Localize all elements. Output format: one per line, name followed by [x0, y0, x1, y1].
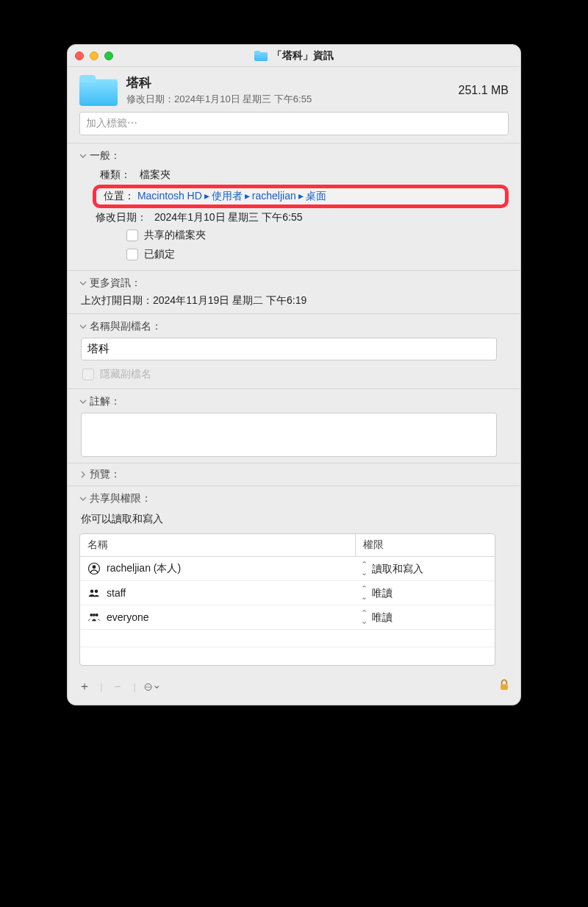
table-row: [80, 647, 495, 665]
perm-value-2[interactable]: ⌃⌄ 唯讀: [355, 605, 495, 629]
locked-label: 已鎖定: [144, 248, 175, 261]
shared-folder-checkbox[interactable]: [126, 230, 138, 241]
perm-col-name[interactable]: 名稱: [80, 534, 355, 556]
kind-value: 檔案夾: [140, 168, 171, 182]
svg-point-8: [148, 686, 148, 687]
svg-point-6: [96, 613, 98, 616]
table-row[interactable]: everyone ⌃⌄ 唯讀: [80, 605, 495, 630]
window-title: 「塔科」資訊: [68, 49, 520, 63]
section-general: 一般： 種類： 檔案夾 位置： Macintosh HD▸使用者▸rachelj…: [68, 143, 520, 270]
item-size: 251.1 MB: [459, 84, 509, 97]
header: 塔科 修改日期：2024年1月10日 星期三 下午6:55 251.1 MB: [68, 67, 520, 112]
window-title-text: 「塔科」資訊: [272, 49, 334, 63]
permissions-table: 名稱 權限 racheljian (本人) ⌃⌄ 讀取和寫入: [79, 533, 495, 666]
group-icon: [87, 586, 101, 600]
section-general-header[interactable]: 一般：: [79, 149, 509, 163]
section-more-info: 更多資訊： 上次打開日期：2024年11月19日 星期二 下午6:19: [68, 271, 520, 313]
lock-icon[interactable]: [497, 677, 512, 696]
table-row: [80, 630, 495, 647]
remove-button: －: [110, 680, 126, 694]
location-highlight: 位置： Macintosh HD▸使用者▸racheljian▸桌面: [93, 185, 509, 208]
last-opened-value: 2024年11月19日 星期二 下午6:19: [153, 294, 306, 306]
perm-name-2: everyone: [107, 611, 149, 623]
zoom-button[interactable]: [104, 51, 113, 60]
perm-value-0[interactable]: ⌃⌄ 讀取和寫入: [355, 557, 495, 580]
last-opened-label: 上次打開日期：: [81, 294, 153, 306]
tags-input[interactable]: 加入標籤⋯: [79, 112, 509, 135]
sharing-note: 你可以讀取和寫入: [79, 510, 509, 533]
modified-label: 修改日期：: [96, 211, 153, 224]
table-row[interactable]: staff ⌃⌄ 唯讀: [80, 581, 495, 605]
locked-checkbox[interactable]: [126, 249, 138, 260]
kind-label: 種類：: [100, 168, 138, 182]
item-name: 塔科: [126, 74, 450, 91]
add-button[interactable]: ＋: [76, 680, 93, 694]
group-icon: [87, 611, 101, 624]
updown-icon: ⌃⌄: [361, 561, 368, 577]
svg-point-5: [93, 613, 96, 616]
comments-input[interactable]: [81, 413, 497, 457]
hide-extension-label: 隱藏副檔名: [100, 368, 151, 381]
svg-point-4: [90, 613, 93, 616]
svg-rect-11: [501, 684, 508, 690]
svg-point-10: [149, 686, 150, 687]
hide-extension-checkbox: [82, 369, 94, 380]
svg-point-3: [95, 590, 98, 594]
table-row[interactable]: racheljian (本人) ⌃⌄ 讀取和寫入: [80, 557, 495, 581]
location-row: 位置： Macintosh HD▸使用者▸racheljian▸桌面: [101, 190, 501, 203]
folder-icon: [254, 51, 268, 61]
modified-date: 修改日期：2024年1月10日 星期三 下午6:55: [126, 93, 450, 106]
shared-folder-label: 共享的檔案夾: [144, 229, 206, 242]
section-more-header[interactable]: 更多資訊：: [79, 277, 509, 290]
section-name-header[interactable]: 名稱與副檔名：: [79, 320, 509, 333]
svg-point-9: [146, 686, 147, 687]
section-comments-header[interactable]: 註解：: [79, 395, 509, 408]
chevron-down-icon: [79, 280, 87, 287]
section-name-ext: 名稱與副檔名： 隱藏副檔名: [68, 314, 520, 388]
folder-icon: [79, 75, 118, 106]
section-preview-header[interactable]: 預覽：: [79, 468, 509, 481]
chevron-down-icon: [79, 398, 87, 405]
perm-col-privilege[interactable]: 權限: [355, 534, 495, 556]
chevron-right-icon: [79, 471, 87, 478]
chevron-down-icon: [79, 323, 87, 330]
minimize-button[interactable]: [90, 51, 98, 60]
svg-point-2: [90, 590, 94, 594]
titlebar[interactable]: 「塔科」資訊: [68, 45, 520, 67]
action-menu-button[interactable]: [143, 680, 159, 694]
updown-icon: ⌃⌄: [361, 609, 368, 625]
location-path[interactable]: Macintosh HD▸使用者▸racheljian▸桌面: [137, 190, 326, 202]
name-input[interactable]: [81, 338, 497, 360]
chevron-down-icon: [79, 152, 87, 160]
svg-point-1: [93, 565, 96, 569]
chevron-down-icon: [79, 495, 87, 502]
perm-value-1[interactable]: ⌃⌄ 唯讀: [355, 581, 495, 605]
updown-icon: ⌃⌄: [361, 585, 368, 601]
location-label: 位置：: [104, 190, 135, 202]
close-button[interactable]: [75, 51, 84, 60]
section-comments: 註解：: [68, 389, 520, 463]
section-sharing: 共享與權限： 你可以讀取和寫入 名稱 權限 racheljian (本人) ⌃⌄…: [68, 486, 520, 672]
modified-value: 2024年1月10日 星期三 下午6:55: [154, 211, 303, 224]
perm-name-0: racheljian (本人): [107, 562, 181, 575]
traffic-lights: [75, 51, 113, 60]
section-sharing-header[interactable]: 共享與權限：: [79, 492, 509, 505]
perm-name-1: staff: [107, 587, 126, 599]
section-preview: 預覽：: [68, 463, 520, 485]
user-icon: [87, 562, 101, 575]
info-window: 「塔科」資訊 塔科 修改日期：2024年1月10日 星期三 下午6:55 251…: [67, 44, 521, 705]
permissions-toolbar: ＋ | － |: [68, 672, 520, 705]
